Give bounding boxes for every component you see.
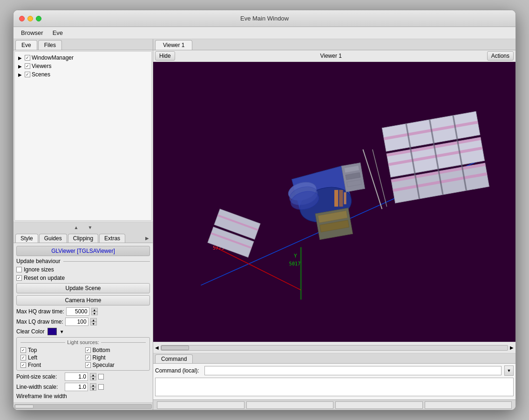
menu-bar: Browser Eve (14, 27, 515, 39)
reset-on-update-row: Reset on update (16, 275, 150, 281)
line-width-input[interactable] (65, 383, 88, 391)
viewport-scroll-right[interactable]: ▶ (510, 345, 514, 350)
checkbox-light-right[interactable] (85, 355, 91, 360)
viewport-scroll-thumb[interactable] (161, 345, 189, 350)
svg-rect-39 (344, 192, 346, 204)
max-hq-input[interactable] (66, 307, 89, 316)
checkbox-light-top[interactable] (20, 347, 26, 353)
svg-rect-38 (339, 190, 343, 207)
reset-on-update-label: Reset on update (24, 275, 65, 281)
clear-color-label: Clear Color (16, 328, 45, 335)
tab-files[interactable]: Files (38, 40, 62, 50)
tree-node-icon: ▶ (17, 63, 23, 69)
max-hq-row: Max HQ draw time: ▲ ▼ (16, 307, 150, 316)
checkbox-light-left[interactable] (20, 355, 26, 360)
update-behaviour-label: Update behaviour (16, 258, 61, 264)
checkbox-light-specular[interactable] (85, 362, 91, 368)
max-lq-spinner: ▲ ▼ (90, 318, 97, 325)
viewport-canvas: X 5773 Y 5017 17078 (153, 62, 515, 342)
command-local-row: Command (local): ▼ (155, 366, 514, 376)
minimize-button[interactable] (27, 16, 33, 21)
light-specular-label: Specular (93, 362, 115, 368)
menu-browser[interactable]: Browser (17, 28, 47, 37)
left-tabs: Eve Files (14, 39, 153, 50)
tree-item-label: WindowManager (32, 54, 74, 61)
command-local-input[interactable] (204, 366, 502, 375)
viewport-scroll-track[interactable] (161, 345, 508, 351)
update-scene-button[interactable]: Update Scene (16, 283, 150, 293)
tab-command[interactable]: Command (155, 354, 193, 363)
max-hq-spin-down[interactable]: ▼ (91, 312, 98, 315)
scrollbar-track[interactable] (14, 404, 152, 409)
tab-clipping[interactable]: Clipping (68, 234, 98, 243)
command-text-area[interactable] (155, 378, 514, 396)
checkbox-reset-on-update[interactable] (16, 275, 22, 281)
window-title: Eve Main Window (240, 15, 289, 22)
menu-eve[interactable]: Eve (49, 28, 67, 37)
point-size-spin-down[interactable]: ▼ (90, 377, 96, 380)
tree-node-icon: ▶ (17, 71, 23, 78)
max-hq-spin-up[interactable]: ▲ (91, 308, 98, 312)
line-width-spin-up[interactable]: ▲ (90, 383, 96, 387)
max-lq-input[interactable] (65, 318, 88, 326)
command-local-label: Command (local): (155, 367, 202, 374)
status-segment-4 (425, 401, 512, 409)
tab-guides[interactable]: Guides (39, 234, 67, 243)
tab-eve[interactable]: Eve (15, 40, 37, 50)
left-panel-scrollbar[interactable] (14, 402, 153, 410)
tab-extras[interactable]: Extras (99, 234, 125, 243)
actions-button[interactable]: Actions (487, 51, 514, 61)
clear-color-dropdown[interactable]: ▼ (60, 329, 64, 334)
point-size-input[interactable] (65, 373, 88, 381)
svg-rect-37 (334, 190, 338, 207)
light-specular-row: Specular (85, 362, 146, 368)
close-button[interactable] (19, 16, 25, 21)
wireframe-row: Wireframe line width (16, 393, 150, 400)
line-width-spinner: ▲ ▼ (90, 383, 96, 391)
update-behaviour-row: Update behaviour (16, 258, 150, 264)
style-panel-expand[interactable]: ▶ (143, 234, 151, 243)
status-segment-2 (246, 401, 334, 409)
checkbox-line-width[interactable] (98, 384, 104, 390)
hide-button[interactable]: Hide (155, 51, 175, 61)
command-dropdown-button[interactable]: ▼ (504, 366, 514, 376)
point-size-spin-up[interactable]: ▲ (90, 373, 96, 377)
gl-viewer-button[interactable]: GLViewer [TGLSAViewer] (16, 246, 150, 256)
checkbox-window-manager[interactable] (25, 55, 30, 61)
checkbox-ignore-sizes[interactable] (16, 267, 22, 272)
scroll-up-arrow[interactable]: ▲ (74, 225, 79, 230)
max-hq-spinner: ▲ ▼ (91, 308, 98, 315)
light-right-row: Right (85, 354, 146, 361)
max-lq-spin-down[interactable]: ▼ (90, 322, 97, 325)
light-left-row: Left (20, 354, 81, 361)
light-top-label: Top (28, 347, 37, 353)
checkbox-viewers[interactable] (25, 63, 30, 69)
tab-style[interactable]: Style (15, 234, 38, 243)
tree-area[interactable]: ▶ WindowManager ▶ Viewers ▶ Scenes (14, 51, 152, 221)
light-sources-title: Light sources: (20, 339, 146, 345)
tab-viewer1[interactable]: Viewer 1 (155, 40, 192, 50)
light-bottom-label: Bottom (93, 347, 110, 353)
max-lq-spin-up[interactable]: ▲ (90, 318, 97, 322)
line-width-spin-down[interactable]: ▼ (90, 387, 96, 391)
viewport[interactable]: X 5773 Y 5017 17078 (153, 62, 515, 342)
viewer-toolbar: Hide Viewer 1 Actions (153, 50, 515, 62)
status-segment-3 (335, 401, 423, 409)
command-content: Command (local): ▼ (153, 363, 515, 400)
checkbox-scenes[interactable] (25, 72, 30, 77)
point-size-row: Point-size scale: ▲ ▼ (16, 373, 150, 381)
checkbox-light-bottom[interactable] (85, 347, 91, 353)
camera-home-button[interactable]: Camera Home (16, 295, 150, 305)
maximize-button[interactable] (36, 16, 41, 21)
viewport-scroll-left[interactable]: ◀ (155, 345, 159, 350)
clear-color-swatch[interactable] (47, 328, 57, 335)
command-tabs: Command (153, 353, 515, 363)
wireframe-label: Wireframe line width (16, 393, 67, 400)
checkbox-point-size[interactable] (98, 374, 104, 379)
checkbox-light-front[interactable] (20, 362, 26, 368)
scroll-down-arrow[interactable]: ▼ (88, 225, 93, 230)
scroll-indicator: ▲ ▼ (14, 222, 153, 233)
scrollbar-thumb[interactable] (15, 405, 34, 408)
ignore-sizes-label: Ignore sizes (24, 266, 54, 273)
light-front-row: Front (20, 362, 81, 368)
